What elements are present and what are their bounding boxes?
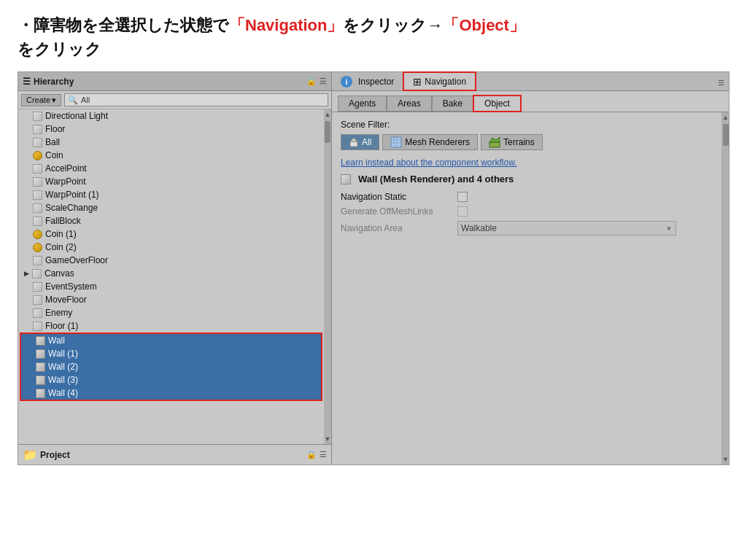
- all-filter-icon: [349, 137, 359, 147]
- canvas-icon: [32, 269, 42, 279]
- filter-all-button[interactable]: All: [341, 134, 379, 150]
- hierarchy-menu-icon[interactable]: ☰: [320, 77, 327, 86]
- floor-label: Floor: [45, 124, 65, 134]
- hierarchy-item-coin2[interactable]: Coin (2): [18, 241, 324, 254]
- sub-tab-bake[interactable]: Bake: [432, 96, 473, 112]
- object-label: Object: [484, 98, 510, 109]
- scalechange-icon: [33, 203, 42, 213]
- scroll-down-arrow[interactable]: ▼: [325, 435, 331, 443]
- create-button[interactable]: Create ▾: [21, 94, 61, 106]
- search-box[interactable]: 🔍: [64, 93, 328, 106]
- inspector-menu-icon[interactable]: ☰: [718, 79, 724, 87]
- hierarchy-item-wall1[interactable]: Wall (1): [21, 347, 321, 360]
- hierarchy-item-warppoint[interactable]: WarpPoint: [18, 175, 324, 188]
- svg-rect-7: [489, 142, 500, 147]
- hierarchy-item-scalechange[interactable]: ScaleChange: [18, 201, 324, 214]
- hierarchy-item-eventsystem[interactable]: EventSystem: [18, 280, 324, 293]
- canvas-label: Canvas: [44, 268, 74, 279]
- hierarchy-toolbar: Create ▾ 🔍: [18, 91, 331, 109]
- hierarchy-item-coin1[interactable]: Coin (1): [18, 228, 324, 241]
- hierarchy-item-wall2[interactable]: Wall (2): [21, 360, 321, 373]
- agents-label: Agents: [349, 98, 376, 109]
- coin-label: Coin: [45, 150, 63, 160]
- inspector-scroll-wrapper: Scene Filter: All: [332, 112, 729, 464]
- hierarchy-title: ☰ Hierarchy: [23, 77, 74, 87]
- project-lock-icon[interactable]: 🔒: [306, 450, 317, 459]
- filter-terrain-button[interactable]: Terrains: [481, 134, 543, 150]
- coin2-icon: [33, 243, 42, 252]
- gameoverfloor-label: GameOverFloor: [45, 255, 108, 265]
- hierarchy-item-warppoint1[interactable]: WarpPoint (1): [18, 188, 324, 201]
- sub-tab-areas[interactable]: Areas: [387, 96, 431, 112]
- unity-editor: ☰ Hierarchy 🔒 ☰ Create ▾ 🔍: [18, 71, 729, 465]
- tab-inspector[interactable]: i Inspector: [332, 72, 403, 90]
- lock-icon[interactable]: 🔒: [306, 77, 317, 86]
- hierarchy-item-wall3[interactable]: Wall (3): [21, 373, 321, 386]
- hierarchy-item-wall4[interactable]: Wall (4): [21, 386, 321, 400]
- movefloor-icon: [33, 295, 42, 305]
- inspector-content: Scene Filter: All: [332, 112, 721, 464]
- hierarchy-item-wall[interactable]: Wall: [21, 334, 321, 347]
- eventsystem-icon: [33, 282, 42, 292]
- fallblock-label: FallBlock: [45, 216, 81, 226]
- filter-mesh-button[interactable]: Mesh Renderers: [382, 134, 478, 150]
- hierarchy-item-directional-light[interactable]: Directional Light: [18, 109, 324, 122]
- create-arrow-icon: ▾: [52, 96, 56, 105]
- inspector-scroll-down[interactable]: ▼: [722, 456, 729, 463]
- inspector-scroll-up[interactable]: ▲: [722, 114, 729, 121]
- learn-link[interactable]: Learn instead about the component workfl…: [341, 158, 713, 168]
- selection-wall-icon: [341, 174, 351, 184]
- hierarchy-list-icon: ☰: [23, 77, 31, 87]
- hierarchy-items-container: Directional Light Floor Ball Coin: [18, 109, 324, 444]
- scene-filter-label: Scene Filter:: [341, 120, 713, 130]
- hierarchy-item-ball[interactable]: Ball: [18, 136, 324, 149]
- gameoverfloor-icon: [33, 256, 42, 265]
- hierarchy-scrollbar[interactable]: ▲ ▼: [324, 109, 331, 444]
- navigation-area-label: Navigation Area: [341, 223, 457, 233]
- areas-label: Areas: [398, 98, 420, 109]
- coin2-label: Coin (2): [45, 242, 77, 252]
- hierarchy-item-coin[interactable]: Coin: [18, 149, 324, 162]
- inspector-tab-menu[interactable]: ☰: [718, 75, 729, 88]
- hierarchy-item-movefloor[interactable]: MoveFloor: [18, 293, 324, 306]
- scroll-up-arrow[interactable]: ▲: [325, 111, 331, 118]
- scroll-thumb[interactable]: [325, 121, 330, 143]
- navigation-static-checkbox[interactable]: [457, 192, 468, 202]
- hierarchy-item-canvas[interactable]: ▶ Canvas: [18, 267, 324, 280]
- wall1-icon: [36, 349, 45, 359]
- wall2-label: Wall (2): [48, 362, 78, 372]
- sub-tab-agents[interactable]: Agents: [338, 96, 387, 112]
- search-input[interactable]: [81, 96, 325, 104]
- inspector-tabs: i Inspector ⊞ Navigation ☰: [332, 72, 729, 91]
- project-label: Project: [40, 450, 70, 460]
- svg-marker-1: [350, 138, 357, 141]
- hierarchy-item-gameoverfloor[interactable]: GameOverFloor: [18, 254, 324, 267]
- inspector-scrollbar[interactable]: ▲ ▼: [721, 112, 729, 464]
- hierarchy-list-wrapper: Directional Light Floor Ball Coin: [18, 109, 331, 444]
- warppoint-icon: [33, 177, 42, 187]
- dropdown-arrow-icon: ▼: [665, 225, 673, 233]
- canvas-expand-icon: ▶: [24, 270, 29, 277]
- generate-offmesh-label: Generate OffMeshLinks: [341, 206, 457, 217]
- inspector-tab-label: Inspector: [358, 77, 394, 87]
- coin-icon: [33, 151, 42, 160]
- navigation-sub-tabs: Agents Areas Bake Object: [332, 91, 729, 112]
- inspector-scroll-thumb[interactable]: [723, 124, 729, 146]
- navigation-area-dropdown[interactable]: Walkable ▼: [457, 221, 676, 236]
- mesh-filter-icon: [390, 136, 402, 148]
- tab-navigation[interactable]: ⊞ Navigation: [403, 72, 476, 90]
- wall4-label: Wall (4): [48, 388, 78, 398]
- hierarchy-item-fallblock[interactable]: FallBlock: [18, 214, 324, 228]
- ball-label: Ball: [45, 137, 60, 147]
- project-menu-icon[interactable]: ☰: [320, 450, 327, 459]
- hierarchy-item-floor1[interactable]: Floor (1): [18, 319, 324, 332]
- hierarchy-item-accelpoint[interactable]: AccelPoint: [18, 162, 324, 175]
- hierarchy-header: ☰ Hierarchy 🔒 ☰: [18, 72, 331, 91]
- hierarchy-item-enemy[interactable]: Enemy: [18, 306, 324, 319]
- hierarchy-item-floor[interactable]: Floor: [18, 122, 324, 136]
- floor1-label: Floor (1): [45, 321, 78, 331]
- generate-offmesh-checkbox[interactable]: [457, 206, 468, 217]
- navigation-static-label: Navigation Static: [341, 192, 457, 202]
- sub-tab-object[interactable]: Object: [473, 96, 521, 112]
- filter-buttons: All Mesh Renderers: [341, 134, 713, 150]
